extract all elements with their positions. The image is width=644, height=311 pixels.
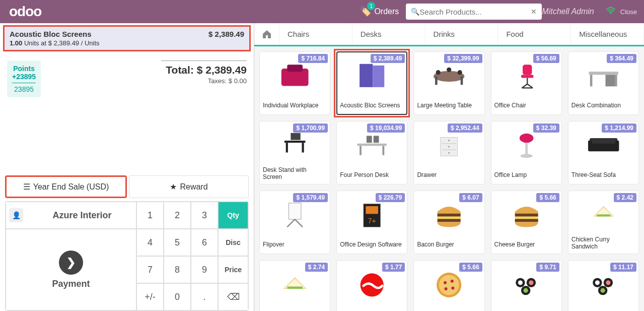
- order-pane: Acoustic Bloc Screens 1.00 Units at $ 2,…: [0, 23, 254, 311]
- svg-rect-57: [597, 214, 611, 216]
- num-4[interactable]: 4: [136, 229, 164, 256]
- svg-rect-41: [588, 140, 592, 151]
- svg-rect-53: [515, 216, 538, 219]
- svg-rect-12: [521, 75, 533, 78]
- svg-rect-47: [366, 206, 379, 214]
- product-price: $ 32.39: [533, 123, 559, 133]
- svg-rect-29: [374, 136, 379, 143]
- svg-rect-42: [615, 140, 619, 151]
- svg-point-77: [606, 280, 610, 285]
- svg-rect-26: [360, 146, 362, 155]
- product-price: $ 2.42: [614, 193, 636, 202]
- product-card[interactable]: $ 1,214.99Three-Seat Sofa: [568, 121, 639, 184]
- svg-line-44: [287, 219, 295, 227]
- user-name[interactable]: Mitchell Admin: [542, 7, 601, 16]
- product-price: $ 9.71: [536, 263, 559, 272]
- product-card[interactable]: $ 226.797+Office Design Software: [336, 191, 407, 254]
- svg-rect-19: [615, 75, 617, 86]
- product-card[interactable]: $ 1.77Coca-Cola: [336, 260, 407, 311]
- product-label: Flipover: [260, 239, 330, 254]
- search-input[interactable]: [419, 8, 531, 16]
- category-misc[interactable]: Miscellaneous: [571, 23, 644, 45]
- product-card[interactable]: $ 19,034.99Four Person Desk: [336, 121, 407, 184]
- product-card[interactable]: $ 32,399.99Large Meeting Table: [413, 51, 484, 115]
- svg-point-10: [447, 67, 451, 72]
- home-category[interactable]: [254, 23, 279, 45]
- svg-point-65: [451, 279, 454, 282]
- reward-button[interactable]: ★ Reward: [129, 175, 249, 198]
- close-button[interactable]: Close: [620, 8, 644, 16]
- product-card[interactable]: $ 2,952.44Drawer: [413, 121, 484, 184]
- svg-point-63: [439, 275, 459, 295]
- svg-rect-40: [590, 138, 617, 144]
- svg-rect-3: [360, 64, 373, 87]
- num-9[interactable]: 9: [191, 256, 218, 283]
- product-label: Individual Workplace: [260, 100, 330, 114]
- product-card[interactable]: $ 716.84Individual Workplace: [259, 51, 330, 115]
- year-end-sale-button[interactable]: ☰ Year End Sale (USD): [5, 175, 127, 198]
- category-desks[interactable]: Desks: [352, 23, 425, 45]
- chevron-right-icon: ❯: [59, 251, 83, 275]
- product-card[interactable]: $ 2.42Chicken Curry Sandwich: [568, 191, 639, 254]
- totals-row: Points +23895 23895 Total: $ 2,389.49 Ta…: [3, 60, 251, 97]
- svg-point-66: [452, 286, 455, 289]
- search-icon: 🔍: [411, 8, 419, 16]
- orders-button[interactable]: 🏷️1 Orders: [360, 6, 399, 17]
- num-pm[interactable]: +/-: [136, 283, 164, 310]
- svg-rect-17: [589, 72, 618, 75]
- order-line-detail: 1.00 Units at $ 2,389.49 / Units: [10, 39, 100, 47]
- product-price: $ 364.49: [607, 54, 636, 63]
- svg-rect-54: [515, 219, 538, 222]
- category-food[interactable]: Food: [498, 23, 571, 45]
- num-5[interactable]: 5: [164, 229, 191, 256]
- svg-point-9: [458, 70, 462, 75]
- num-0[interactable]: 0: [164, 283, 191, 310]
- product-card[interactable]: $ 2.74Club Sandwich: [259, 260, 330, 311]
- payment-button[interactable]: ❯ Payment: [6, 229, 136, 310]
- svg-rect-18: [590, 75, 593, 86]
- svg-rect-7: [461, 76, 463, 85]
- mode-qty[interactable]: Qty: [218, 202, 248, 229]
- product-card[interactable]: $ 11.17Lunch Salmon 20pc: [568, 260, 639, 311]
- svg-point-64: [444, 281, 447, 284]
- svg-rect-52: [515, 213, 538, 216]
- product-card[interactable]: $ 9.71Lunch Maki 18pc: [491, 260, 562, 311]
- num-3[interactable]: 3: [191, 202, 218, 229]
- svg-text:7+: 7+: [368, 216, 376, 224]
- product-card[interactable]: $ 364.49Desk Combination: [568, 51, 639, 115]
- main: Acoustic Bloc Screens 1.00 Units at $ 2,…: [0, 23, 644, 311]
- customer-button[interactable]: 👤 Azure Interior: [6, 202, 136, 229]
- product-price: $ 56.69: [533, 54, 559, 63]
- num-dot[interactable]: .: [191, 283, 218, 310]
- product-card[interactable]: $ 2,389.49Acoustic Bloc Screens: [336, 51, 407, 115]
- product-label: Lunch Maki 18pc: [491, 309, 561, 311]
- num-1[interactable]: 1: [136, 202, 164, 229]
- num-7[interactable]: 7: [136, 256, 164, 283]
- mode-price[interactable]: Price: [218, 256, 248, 283]
- category-drinks[interactable]: Drinks: [425, 23, 498, 45]
- mode-disc[interactable]: Disc: [218, 229, 248, 256]
- product-card[interactable]: $ 5.66Cheese Burger: [491, 191, 562, 254]
- num-8[interactable]: 8: [164, 256, 191, 283]
- product-card[interactable]: $ 5.66Funghi: [413, 260, 484, 311]
- product-card[interactable]: $ 1,579.49Flipover: [259, 191, 330, 254]
- tag-icon: 🏷️1: [360, 6, 371, 17]
- wifi-icon: [601, 7, 620, 16]
- product-card[interactable]: $ 1,700.99Desk Stand with Screen: [259, 121, 330, 184]
- order-line[interactable]: Acoustic Bloc Screens 1.00 Units at $ 2,…: [3, 25, 251, 51]
- svg-rect-24: [291, 133, 300, 140]
- clear-search-icon[interactable]: ✕: [531, 8, 537, 16]
- search-box[interactable]: 🔍 ✕: [406, 4, 542, 20]
- product-price: $ 1,700.99: [293, 123, 328, 133]
- category-chairs[interactable]: Chairs: [279, 23, 352, 45]
- num-2[interactable]: 2: [164, 202, 191, 229]
- svg-line-45: [295, 219, 303, 227]
- num-del[interactable]: ⌫: [218, 283, 248, 310]
- product-price: $ 2.74: [305, 263, 328, 272]
- product-card[interactable]: $ 56.69Office Chair: [491, 51, 562, 115]
- product-card[interactable]: $ 32.39Office Lamp: [491, 121, 562, 184]
- product-card[interactable]: $ 6.07Bacon Burger: [413, 191, 484, 254]
- svg-rect-50: [438, 216, 461, 219]
- num-6[interactable]: 6: [191, 229, 218, 256]
- product-price: $ 32,399.99: [444, 54, 482, 63]
